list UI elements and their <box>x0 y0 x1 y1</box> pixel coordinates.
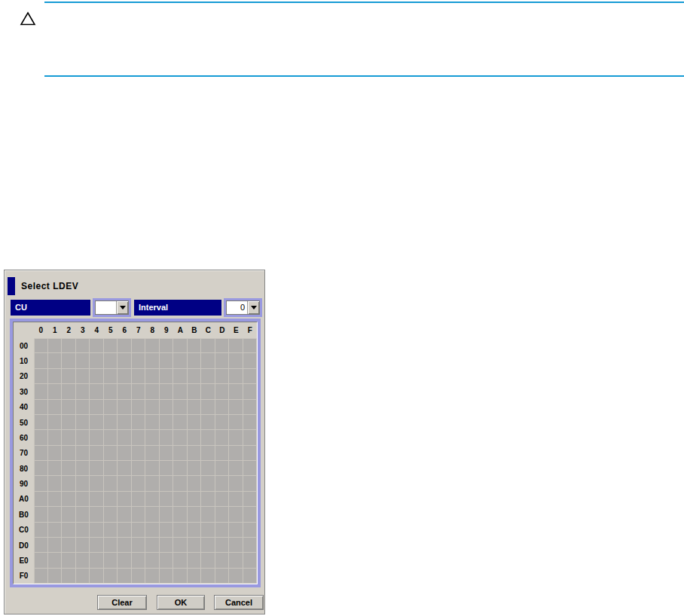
ldev-cell[interactable] <box>160 461 174 476</box>
ldev-cell[interactable] <box>132 369 146 384</box>
ldev-cell[interactable] <box>118 446 132 461</box>
ldev-cell[interactable] <box>76 384 90 399</box>
ldev-cell[interactable] <box>62 384 76 399</box>
ldev-cell[interactable] <box>62 415 76 430</box>
ldev-cell[interactable] <box>76 476 90 491</box>
ldev-cell[interactable] <box>132 384 146 399</box>
ldev-cell[interactable] <box>34 338 48 353</box>
ldev-cell[interactable] <box>90 384 104 399</box>
ldev-cell[interactable] <box>201 569 215 584</box>
ldev-cell[interactable] <box>243 338 258 353</box>
ldev-cell[interactable] <box>229 461 243 476</box>
ldev-cell[interactable] <box>229 553 243 568</box>
ldev-cell[interactable] <box>145 430 160 445</box>
ldev-cell[interactable] <box>145 369 160 384</box>
ldev-cell[interactable] <box>104 553 118 568</box>
ldev-cell[interactable] <box>104 400 118 415</box>
ldev-cell[interactable] <box>118 415 132 430</box>
ldev-cell[interactable] <box>34 492 48 507</box>
ldev-cell[interactable] <box>173 338 188 353</box>
ldev-cell[interactable] <box>160 476 174 491</box>
ldev-cell[interactable] <box>229 569 243 584</box>
ldev-cell[interactable] <box>188 492 202 507</box>
ldev-cell[interactable] <box>62 446 76 461</box>
ldev-cell[interactable] <box>215 492 230 507</box>
ldev-cell[interactable] <box>132 461 146 476</box>
ldev-cell[interactable] <box>48 569 63 584</box>
cancel-button[interactable]: Cancel <box>214 595 264 610</box>
ldev-cell[interactable] <box>243 569 258 584</box>
ldev-cell[interactable] <box>243 461 258 476</box>
ldev-cell[interactable] <box>215 553 230 568</box>
ldev-cell[interactable] <box>188 384 202 399</box>
ldev-cell[interactable] <box>90 538 104 553</box>
ldev-cell[interactable] <box>243 507 258 522</box>
ldev-cell[interactable] <box>145 400 160 415</box>
ldev-cell[interactable] <box>132 400 146 415</box>
interval-dropdown-button[interactable] <box>247 301 259 314</box>
ldev-cell[interactable] <box>118 461 132 476</box>
ldev-cell[interactable] <box>229 492 243 507</box>
ldev-cell[interactable] <box>188 353 202 368</box>
ldev-cell[interactable] <box>160 492 174 507</box>
ldev-cell[interactable] <box>132 415 146 430</box>
ldev-cell[interactable] <box>118 523 132 538</box>
ldev-cell[interactable] <box>215 461 230 476</box>
ldev-cell[interactable] <box>243 492 258 507</box>
ldev-cell[interactable] <box>118 400 132 415</box>
ldev-cell[interactable] <box>145 476 160 491</box>
ldev-cell[interactable] <box>118 430 132 445</box>
ldev-cell[interactable] <box>215 507 230 522</box>
ldev-cell[interactable] <box>76 446 90 461</box>
ldev-cell[interactable] <box>188 430 202 445</box>
ldev-cell[interactable] <box>188 538 202 553</box>
ldev-cell[interactable] <box>34 430 48 445</box>
ldev-cell[interactable] <box>132 446 146 461</box>
ldev-cell[interactable] <box>215 476 230 491</box>
ldev-cell[interactable] <box>145 507 160 522</box>
ldev-cell[interactable] <box>215 353 230 368</box>
cu-dropdown-value[interactable] <box>96 301 116 314</box>
ldev-cell[interactable] <box>104 538 118 553</box>
ldev-cell[interactable] <box>173 430 188 445</box>
ldev-cell[interactable] <box>104 430 118 445</box>
ldev-cell[interactable] <box>201 507 215 522</box>
ldev-cell[interactable] <box>90 338 104 353</box>
ldev-cell[interactable] <box>118 384 132 399</box>
ldev-cell[interactable] <box>62 338 76 353</box>
ldev-cell[interactable] <box>173 400 188 415</box>
ldev-cell[interactable] <box>188 369 202 384</box>
ldev-cell[interactable] <box>34 523 48 538</box>
ldev-cell[interactable] <box>34 369 48 384</box>
ldev-cell[interactable] <box>201 461 215 476</box>
ldev-cell[interactable] <box>90 553 104 568</box>
ldev-cell[interactable] <box>188 338 202 353</box>
ldev-cell[interactable] <box>243 384 258 399</box>
ldev-cell[interactable] <box>62 430 76 445</box>
ldev-cell[interactable] <box>104 338 118 353</box>
ldev-cell[interactable] <box>34 353 48 368</box>
ldev-cell[interactable] <box>118 538 132 553</box>
ldev-cell[interactable] <box>48 415 63 430</box>
ldev-cell[interactable] <box>229 523 243 538</box>
ldev-cell[interactable] <box>90 523 104 538</box>
ldev-cell[interactable] <box>76 338 90 353</box>
ldev-cell[interactable] <box>173 523 188 538</box>
ldev-cell[interactable] <box>62 353 76 368</box>
ldev-cell[interactable] <box>145 538 160 553</box>
ldev-cell[interactable] <box>229 446 243 461</box>
ldev-cell[interactable] <box>48 338 63 353</box>
ldev-cell[interactable] <box>104 492 118 507</box>
ldev-cell[interactable] <box>160 338 174 353</box>
ldev-cell[interactable] <box>188 523 202 538</box>
ldev-cell[interactable] <box>201 338 215 353</box>
ldev-cell[interactable] <box>34 415 48 430</box>
ldev-cell[interactable] <box>229 538 243 553</box>
ldev-cell[interactable] <box>215 415 230 430</box>
ldev-cell[interactable] <box>173 569 188 584</box>
ldev-cell[interactable] <box>62 538 76 553</box>
ldev-cell[interactable] <box>201 476 215 491</box>
ldev-cell[interactable] <box>188 507 202 522</box>
ldev-cell[interactable] <box>243 353 258 368</box>
ldev-cell[interactable] <box>76 430 90 445</box>
